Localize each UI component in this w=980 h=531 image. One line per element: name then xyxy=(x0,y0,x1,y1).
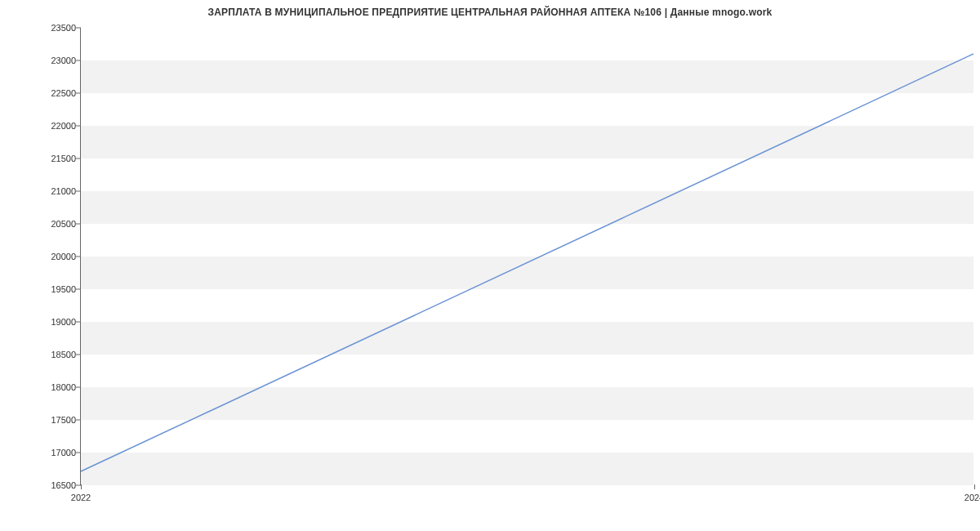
x-tick-label: 2024 xyxy=(964,493,980,502)
line-series xyxy=(81,28,973,484)
series-line xyxy=(81,54,973,471)
y-tick-label: 20500 xyxy=(42,219,76,229)
y-tick xyxy=(76,355,81,355)
y-tick-label: 23000 xyxy=(42,56,76,65)
y-tick xyxy=(76,126,81,127)
y-tick-label: 19000 xyxy=(42,317,76,327)
y-tick xyxy=(76,289,81,290)
y-tick xyxy=(76,322,81,323)
y-tick-label: 16500 xyxy=(42,480,76,490)
y-tick-label: 23500 xyxy=(42,23,76,33)
y-tick-label: 20000 xyxy=(42,252,76,261)
y-tick xyxy=(76,224,81,225)
chart-title: ЗАРПЛАТА В МУНИЦИПАЛЬНОЕ ПРЕДПРИЯТИЕ ЦЕН… xyxy=(0,7,980,18)
y-tick xyxy=(76,191,81,192)
y-tick-label: 18500 xyxy=(42,350,76,359)
plot-area: 1650017000175001800018500190001950020000… xyxy=(80,28,973,485)
y-tick xyxy=(76,387,81,388)
y-tick xyxy=(76,158,81,159)
y-tick-label: 17500 xyxy=(42,415,76,425)
y-tick xyxy=(76,453,81,453)
y-tick-label: 19500 xyxy=(42,284,76,294)
y-tick-label: 22500 xyxy=(42,88,76,98)
y-tick xyxy=(76,28,81,29)
chart-container: ЗАРПЛАТА В МУНИЦИПАЛЬНОЕ ПРЕДПРИЯТИЕ ЦЕН… xyxy=(0,0,980,531)
y-tick-label: 21000 xyxy=(42,186,76,196)
y-tick xyxy=(76,93,81,94)
y-tick xyxy=(76,420,81,421)
y-tick-label: 22000 xyxy=(42,121,76,131)
x-tick xyxy=(974,484,975,489)
y-tick-label: 18000 xyxy=(42,382,76,392)
y-tick-label: 17000 xyxy=(42,448,76,457)
x-tick-label: 2022 xyxy=(71,493,91,502)
y-tick-label: 21500 xyxy=(42,154,76,163)
x-tick xyxy=(81,484,82,489)
y-tick xyxy=(76,257,81,257)
y-tick xyxy=(76,60,81,61)
